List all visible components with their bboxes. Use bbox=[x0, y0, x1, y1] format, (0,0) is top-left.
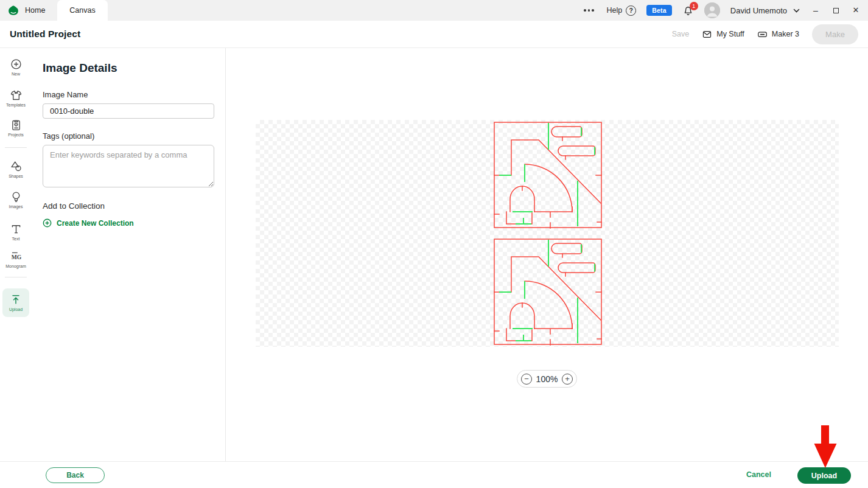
question-icon: ? bbox=[626, 5, 636, 16]
header-actions: Save My Stuff Maker 3 Make bbox=[672, 24, 858, 44]
top-bar-right: Help ? Beta 1 David Umemoto bbox=[581, 0, 868, 21]
back-button[interactable]: Back bbox=[46, 467, 105, 483]
add-to-collection-label: Add to Collection bbox=[43, 201, 214, 211]
zoom-control: − 100% + bbox=[517, 370, 577, 388]
my-stuff-button[interactable]: My Stuff bbox=[702, 29, 744, 40]
cancel-button[interactable]: Cancel bbox=[746, 470, 771, 479]
plus-circle-icon bbox=[10, 58, 23, 71]
sidebar-item-images[interactable]: Images bbox=[0, 190, 32, 209]
uploaded-image-artwork bbox=[494, 122, 602, 346]
footer-bar: Back Cancel Upload bbox=[0, 461, 868, 488]
text-icon bbox=[10, 223, 23, 235]
tool-rail: New Templates Projects Shapes Images Tex… bbox=[0, 48, 32, 461]
svg-text:MG: MG bbox=[11, 254, 21, 260]
project-header: Untitled Project Save My Stuff Maker 3 M… bbox=[0, 21, 868, 48]
image-name-input[interactable] bbox=[43, 103, 214, 119]
notifications-button[interactable]: 1 bbox=[682, 5, 694, 16]
sidebar-item-projects[interactable]: Projects bbox=[0, 119, 32, 137]
clipboard-icon bbox=[10, 119, 23, 131]
avatar[interactable] bbox=[704, 2, 720, 18]
make-button[interactable]: Make bbox=[812, 24, 858, 44]
zoom-in-button[interactable]: + bbox=[562, 374, 573, 385]
sidebar-item-shapes[interactable]: Shapes bbox=[0, 160, 32, 178]
machine-selector[interactable]: Maker 3 bbox=[757, 29, 799, 40]
sidebar-item-templates[interactable]: Templates bbox=[0, 89, 32, 107]
maximize-button[interactable] bbox=[831, 0, 841, 21]
help-button[interactable]: Help ? bbox=[607, 5, 637, 16]
sidebar-item-text[interactable]: Text bbox=[0, 223, 32, 241]
app-window: Home Canvas Help ? Beta 1 bbox=[0, 0, 868, 488]
image-name-label: Image Name bbox=[43, 90, 214, 99]
image-details-panel: Image Details Image Name Tags (optional)… bbox=[32, 48, 226, 461]
zoom-level: 100% bbox=[536, 374, 558, 384]
help-label: Help bbox=[607, 6, 623, 15]
sidebar-item-new[interactable]: New bbox=[0, 58, 32, 76]
lightbulb-icon bbox=[10, 190, 23, 203]
annotation-arrow bbox=[814, 425, 837, 468]
maximize-icon bbox=[833, 8, 839, 13]
monogram-icon: MG bbox=[10, 250, 23, 263]
project-title: Untitled Project bbox=[10, 29, 80, 40]
my-stuff-label: My Stuff bbox=[716, 30, 744, 38]
save-button[interactable]: Save bbox=[672, 30, 690, 38]
cricut-logo-icon bbox=[7, 4, 19, 16]
sidebar-item-monogram[interactable]: MG Monogram bbox=[0, 250, 32, 268]
tab-home-label: Home bbox=[25, 6, 45, 15]
tshirt-icon bbox=[10, 89, 23, 102]
chevron-down-icon bbox=[793, 7, 800, 15]
rail-divider bbox=[5, 277, 27, 277]
tab-canvas-label: Canvas bbox=[69, 6, 95, 15]
machine-icon bbox=[757, 29, 768, 40]
upload-button[interactable]: Upload bbox=[797, 467, 851, 484]
close-button[interactable]: ✕ bbox=[851, 0, 861, 21]
sidebar-item-upload[interactable]: Upload bbox=[2, 288, 29, 317]
panel-title: Image Details bbox=[43, 61, 214, 75]
tags-label: Tags (optional) bbox=[43, 131, 214, 141]
user-menu[interactable]: David Umemoto bbox=[730, 6, 800, 15]
notification-count-badge: 1 bbox=[690, 2, 698, 10]
create-new-collection-button[interactable]: Create New Collection bbox=[43, 218, 214, 228]
top-bar: Home Canvas Help ? Beta 1 bbox=[0, 0, 868, 21]
shapes-icon bbox=[10, 160, 23, 173]
tags-textarea[interactable] bbox=[43, 145, 214, 187]
zoom-out-button[interactable]: − bbox=[521, 374, 532, 385]
rail-divider bbox=[5, 147, 27, 148]
canvas-preview: − 100% + bbox=[226, 48, 868, 461]
upload-icon bbox=[10, 293, 22, 305]
overflow-menu-icon[interactable] bbox=[581, 7, 597, 14]
beta-badge: Beta bbox=[646, 5, 672, 16]
tab-home[interactable]: Home bbox=[0, 0, 57, 21]
create-new-collection-label: Create New Collection bbox=[57, 219, 134, 228]
machine-label: Maker 3 bbox=[772, 30, 799, 38]
minimize-button[interactable]: – bbox=[811, 0, 821, 21]
plus-circle-icon bbox=[43, 218, 52, 228]
envelope-icon bbox=[702, 29, 712, 40]
tab-canvas[interactable]: Canvas bbox=[57, 0, 107, 21]
user-name: David Umemoto bbox=[730, 6, 787, 15]
